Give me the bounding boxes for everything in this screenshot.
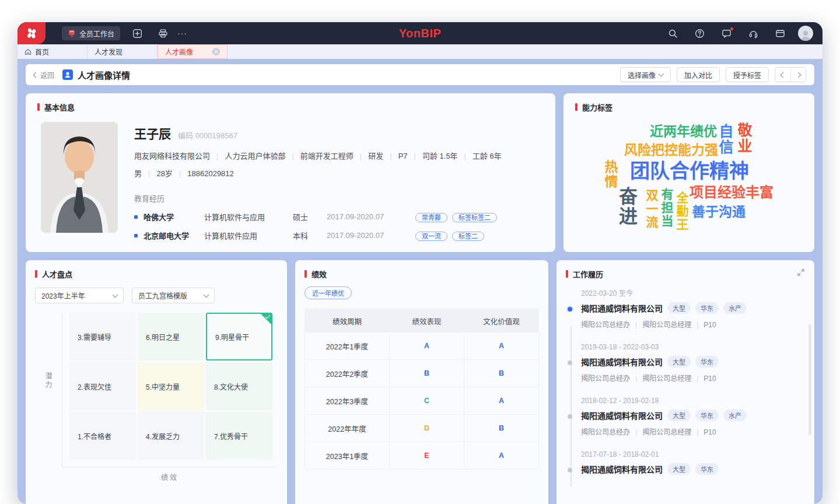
- tab-bar: 首页 人才发现 人才画像: [18, 44, 822, 59]
- company-tag: 华东: [695, 463, 719, 475]
- tab-talent-portrait[interactable]: 人才画像: [158, 44, 228, 59]
- timeline-dot-icon: [568, 307, 572, 312]
- period-select[interactable]: 2023年上半年: [35, 288, 124, 303]
- education-period: 2017.09-2020.07: [327, 231, 415, 240]
- scrollbar-thumb[interactable]: [808, 324, 811, 435]
- user-avatar[interactable]: [798, 26, 813, 41]
- basic-info-card: 基本信息: [26, 93, 555, 252]
- tab-talent-discovery-label: 人才发现: [94, 47, 123, 57]
- section-marker: [566, 270, 568, 278]
- table-row: 2022年年度DB: [305, 414, 538, 442]
- ability-tag-word: 风险把控能力强: [624, 144, 718, 157]
- position-detail: 揭阳公司总经办|揭阳公司总经理|P10: [581, 426, 805, 436]
- performance-title: 绩效: [312, 268, 327, 279]
- talent-review-title: 人才盘点: [42, 268, 72, 279]
- calendar-icon[interactable]: [771, 26, 789, 40]
- grid-cell[interactable]: 2.表现欠佳: [69, 362, 136, 410]
- employee-photo: [41, 122, 118, 233]
- performance-grade-cell: E: [389, 442, 464, 469]
- grid-cell[interactable]: 9.明星骨干: [206, 313, 272, 360]
- employee-code: 编码 0000198567: [178, 130, 237, 141]
- education-tag-pill: 标签标签二: [452, 213, 497, 222]
- apps-grid-icon[interactable]: [128, 26, 146, 40]
- nine-grid-row: 3.需要辅导6.明日之星9.明星骨干: [69, 313, 278, 360]
- grant-tag-button[interactable]: 授予标签: [726, 67, 769, 82]
- tab-home[interactable]: 首页: [18, 44, 88, 59]
- help-icon[interactable]: [691, 26, 708, 40]
- timeline-dot-icon: [568, 360, 572, 365]
- info-segment: 用友网络科技有限公司: [134, 152, 210, 160]
- grid-cell[interactable]: 7.优秀骨干: [206, 412, 272, 460]
- timeline-dot-icon: [568, 414, 572, 419]
- grid-cell-label: 1.不合格者: [78, 431, 111, 441]
- education-list: 哈佛大学计算机软件与应用硕士2017.09-2020.07常青藤标签标签二北京邮…: [134, 211, 544, 241]
- company-tag: 大型: [667, 463, 691, 475]
- back-button[interactable]: 返回: [34, 70, 54, 80]
- employee-name: 王子辰: [134, 124, 171, 142]
- tab-home-label: 首页: [35, 47, 49, 57]
- brand-logo: YonBIP: [399, 27, 442, 40]
- separator: |: [696, 321, 698, 329]
- work-period: 2017-07-18 - 2018-02-01: [581, 450, 805, 459]
- grid-cell[interactable]: 5.中坚力量: [138, 362, 204, 410]
- basic-info-title-row: 基本信息: [37, 102, 544, 113]
- info-segment: 揭阳公司总经办: [581, 428, 630, 436]
- ability-tags-card: 能力标签 近两年绩优自信敬业风险把控能力强热情团队合作精神奋进双一流有担当全勤王…: [564, 93, 814, 252]
- page-actions: 选择画像 加入对比 授予标签: [620, 67, 806, 82]
- performance-card: 绩效 近一年绩优 绩效周期 绩效表现 文化价值观 2022年1季度AA2022年…: [295, 260, 548, 504]
- notification-badge: [730, 27, 734, 31]
- x-axis-label: 绩效: [62, 472, 278, 482]
- select-portrait-button[interactable]: 选择画像: [620, 67, 671, 82]
- headset-icon[interactable]: [744, 26, 762, 40]
- performance-grade-cell: C: [389, 387, 464, 414]
- info-segment: 揭阳公司总经理: [642, 374, 691, 383]
- printer-icon[interactable]: [154, 26, 172, 40]
- ability-tag-word: 奋进: [617, 187, 636, 226]
- more-menu-icon[interactable]: ···: [177, 29, 187, 38]
- education-degree: 本科: [293, 230, 327, 241]
- ability-tag-word: 敬业: [736, 123, 751, 154]
- education-tag-pill: 双一流: [415, 232, 447, 241]
- company-tag: 大型: [667, 356, 691, 368]
- ability-tag-word: 近两年绩优: [650, 125, 717, 138]
- separator: |: [696, 374, 698, 383]
- performance-period-cell: 2023年1季度: [305, 442, 389, 469]
- template-select[interactable]: 员工九宫格模版: [132, 288, 215, 303]
- tab-talent-discovery[interactable]: 人才发现: [88, 44, 158, 59]
- grid-cell[interactable]: 1.不合格者: [69, 412, 136, 460]
- company-name: 揭阳通威饲料有限公司: [581, 302, 663, 314]
- company-row: 揭阳通威饲料有限公司大型华东水产: [581, 302, 805, 314]
- next-button[interactable]: [790, 68, 806, 82]
- workspace-button[interactable]: 全员工作台: [62, 26, 120, 40]
- page-title: 人才画像详情: [78, 69, 130, 81]
- ability-tag-word: 全勤王: [676, 191, 688, 232]
- tab-close-icon[interactable]: [212, 48, 220, 55]
- page-title-group: 人才画像详情: [62, 69, 130, 81]
- separator: |: [216, 152, 218, 160]
- tab-talent-portrait-label: 人才画像: [165, 47, 193, 57]
- yonyou-logo-icon[interactable]: [18, 22, 46, 44]
- prev-button[interactable]: [775, 68, 790, 82]
- grid-cell[interactable]: 8.文化大使: [206, 362, 272, 410]
- select-portrait-label: 选择画像: [628, 70, 656, 80]
- table-row: 2022年1季度AA: [305, 332, 538, 359]
- bullet-icon: [134, 215, 138, 219]
- portrait-icon: [62, 69, 73, 80]
- grid-cell[interactable]: 3.需要辅导: [69, 313, 136, 360]
- search-icon[interactable]: [664, 26, 681, 40]
- chevron-left-icon: [780, 72, 786, 78]
- message-icon[interactable]: [718, 26, 735, 40]
- navbar-right-icons: [664, 26, 822, 41]
- nine-grid-cells: 3.需要辅导6.明日之星9.明星骨干2.表现欠佳5.中坚力量8.文化大使1.不合…: [62, 313, 278, 467]
- grid-cell[interactable]: 6.明日之星: [138, 313, 204, 360]
- grid-cell[interactable]: 4.发展乏力: [138, 412, 204, 460]
- ability-word-cloud: 近两年绩优自信敬业风险把控能力强热情团队合作精神奋进双一流有担当全勤王项目经验丰…: [564, 93, 814, 252]
- add-compare-label: 加入对比: [684, 70, 712, 80]
- add-compare-button[interactable]: 加入对比: [677, 67, 720, 82]
- employee-code-value: 0000198567: [195, 131, 237, 140]
- section-marker: [37, 103, 40, 111]
- performance-period-cell: 2022年2季度: [305, 360, 389, 387]
- performance-grade-cell: D: [389, 415, 464, 442]
- culture-grade-cell: A: [464, 387, 538, 414]
- expand-icon[interactable]: [797, 268, 805, 279]
